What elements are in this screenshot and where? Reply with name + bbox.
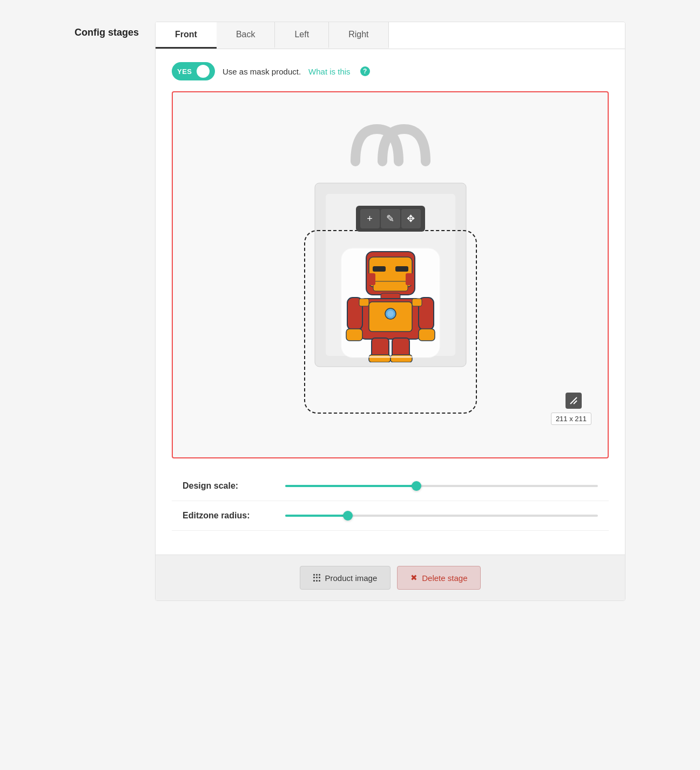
design-scale-track[interactable] [285, 485, 598, 487]
help-icon[interactable]: ? [360, 66, 370, 76]
editzone-radius-track[interactable] [285, 515, 598, 517]
mask-toggle[interactable]: YES [172, 62, 215, 80]
toggle-yes-label: YES [177, 67, 192, 76]
what-is-this-link[interactable]: What is this [308, 67, 351, 76]
tabs-bar: Front Back Left Right [156, 22, 625, 49]
svg-rect-19 [346, 329, 362, 341]
mask-text: Use as mask product. [223, 67, 301, 76]
tab-back[interactable]: Back [217, 22, 275, 49]
delete-stage-label: Delete stage [422, 573, 467, 583]
editzone-radius-row: Editzone radius: [172, 501, 609, 531]
toolbar-move-button[interactable]: ✥ [401, 209, 421, 228]
toggle-circle [197, 65, 210, 78]
design-scale-row: Design scale: [172, 471, 609, 501]
float-toolbar: + ✎ ✥ [356, 206, 425, 232]
toolbar-add-button[interactable]: + [360, 209, 380, 228]
svg-rect-8 [368, 273, 375, 285]
size-label: 211 x 211 [551, 413, 591, 425]
tab-front[interactable]: Front [156, 22, 217, 49]
svg-rect-23 [369, 355, 391, 362]
svg-rect-24 [391, 355, 412, 362]
ironman-character [336, 244, 445, 364]
resize-handle[interactable] [566, 393, 582, 409]
tab-left[interactable]: Left [275, 22, 329, 49]
design-scale-fill [285, 485, 416, 487]
config-stages-label: Config stages [75, 22, 139, 38]
main-panel: Front Back Left Right YES Use as mask pr… [155, 22, 625, 601]
tab-right[interactable]: Right [329, 22, 388, 49]
content-area: YES Use as mask product. What is this ? [156, 49, 625, 544]
editzone-radius-thumb[interactable] [343, 511, 353, 521]
svg-rect-18 [412, 299, 422, 306]
svg-rect-5 [373, 266, 386, 272]
svg-rect-17 [359, 299, 369, 306]
toolbar-edit-button[interactable]: ✎ [381, 209, 400, 228]
bottom-bar: Product image ✖ Delete stage [156, 555, 625, 600]
delete-x-icon: ✖ [410, 573, 418, 583]
grid-icon [313, 574, 321, 582]
editzone-radius-fill [285, 515, 348, 517]
mask-toggle-row: YES Use as mask product. What is this ? [172, 62, 609, 80]
svg-rect-9 [406, 273, 413, 285]
editzone-radius-label: Editzone radius: [183, 511, 274, 521]
product-image-button[interactable]: Product image [300, 566, 391, 590]
svg-point-14 [387, 310, 394, 317]
design-scale-thumb[interactable] [412, 481, 421, 491]
svg-rect-6 [395, 266, 408, 272]
svg-rect-20 [419, 329, 435, 341]
design-scale-label: Design scale: [183, 481, 274, 491]
delete-stage-button[interactable]: ✖ Delete stage [397, 566, 481, 590]
sliders-section: Design scale: Editzone radius: [172, 471, 609, 531]
canvas-container: + ✎ ✥ 211 x 211 [172, 91, 609, 458]
product-image-label: Product image [325, 573, 378, 583]
svg-rect-7 [373, 281, 408, 291]
